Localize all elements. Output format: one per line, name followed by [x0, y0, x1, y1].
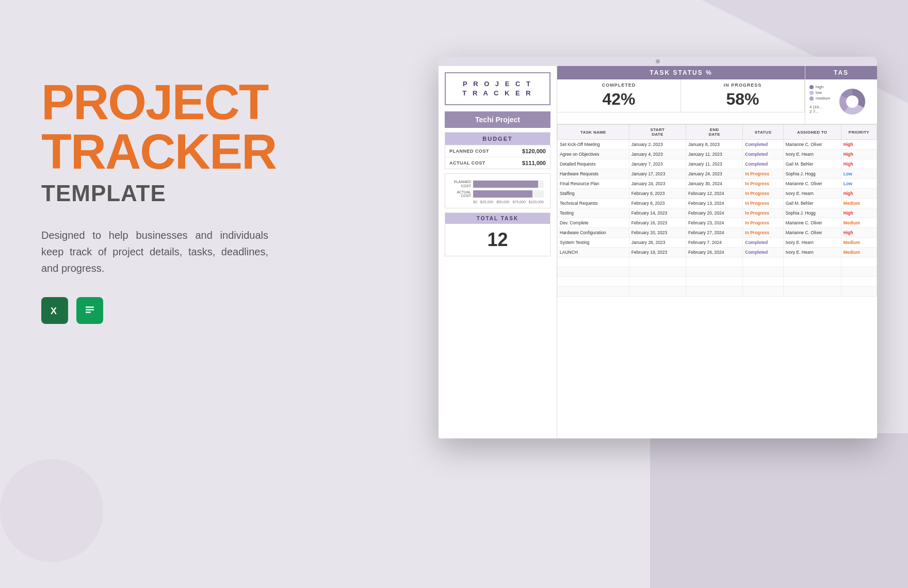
- status-summary: COMPLETED 42% IN PROGRESS 58%: [557, 79, 805, 112]
- pie-chart: [834, 84, 870, 120]
- cell-priority: Medium: [841, 238, 877, 248]
- svg-rect-5: [86, 312, 91, 313]
- inprogress-label: IN PROGRESS: [684, 83, 801, 88]
- axis-75k: $75,000: [512, 200, 525, 204]
- col-priority: PRIORITY: [841, 125, 877, 140]
- col-end-date: ENDDATE: [686, 125, 743, 140]
- spreadsheet-mockup: P R O J E C TT R A C K E R Techi Project…: [439, 57, 877, 438]
- legend-high-dot: [809, 85, 814, 89]
- left-panel: PROJECT TRACKER TEMPLATE Designed to hel…: [41, 77, 289, 324]
- bg-decoration-left: [0, 459, 103, 562]
- completed-label: COMPLETED: [560, 83, 677, 88]
- top-bar-dot: [656, 59, 660, 63]
- cell-start-date: February 6, 2023: [629, 189, 686, 199]
- donut-numbers: 4 (33... 2 7...: [809, 105, 830, 114]
- legend-high-label: high: [816, 85, 823, 89]
- chart-bar-planned: PLANNEDCOST: [451, 180, 544, 188]
- chart-label-planned: PLANNEDCOST: [451, 180, 471, 188]
- table-row: Set Kick-Off Meeting January 2, 2023 Jan…: [558, 140, 877, 150]
- col-start-date: STARTDATE: [629, 125, 686, 140]
- table-row: Detailed Requests January 7, 2023 Januar…: [558, 159, 877, 169]
- pie-num-1: 4 (33...: [809, 105, 830, 109]
- cell-start-date: January 4, 2023: [629, 150, 686, 159]
- task-status-header: TASK STATUS %: [557, 66, 805, 79]
- cell-status: In Progress: [743, 228, 783, 238]
- cell-status: In Progress: [743, 199, 783, 208]
- cell-task-name: Staffing: [558, 189, 629, 199]
- chart-bar-wrap-planned: [473, 181, 544, 188]
- project-logo: P R O J E C TT R A C K E R: [445, 72, 550, 105]
- cell-task-name: Technical Requests: [558, 199, 629, 208]
- table-row-empty: [558, 267, 877, 277]
- legend-medium-label: medium: [816, 96, 830, 101]
- legend-high: high: [809, 85, 830, 89]
- cell-start-date: February 8, 2023: [629, 199, 686, 208]
- cell-priority: High: [841, 159, 877, 169]
- cell-end-date: January 11, 2023: [686, 150, 743, 159]
- cell-status: In Progress: [743, 218, 783, 228]
- cell-start-date: January 7, 2023: [629, 159, 686, 169]
- cell-task-name: Hardware Configuration: [558, 228, 629, 238]
- cell-end-date: January 24, 2023: [686, 169, 743, 179]
- cell-end-date: January 30, 2024: [686, 179, 743, 189]
- cell-priority: Medium: [841, 248, 877, 257]
- table-row: LAUNCH February 19, 2023 February 26, 20…: [558, 248, 877, 257]
- table-row-empty: [558, 287, 877, 297]
- pie-num-2: 2 7...: [809, 109, 830, 114]
- status-right-panel: TAS high low: [805, 66, 877, 124]
- excel-icon[interactable]: X: [41, 297, 68, 324]
- description-text: Designed to help businesses and individu…: [41, 227, 268, 276]
- top-status-section: TASK STATUS % COMPLETED 42% IN PROGRESS …: [557, 66, 877, 124]
- donut-section: high low medium 4 (33...: [805, 79, 877, 124]
- cell-assigned: Marianne C. Oliver: [783, 179, 841, 189]
- cell-task-name: Testing: [558, 208, 629, 218]
- table-row-empty: [558, 257, 877, 267]
- inprogress-box: IN PROGRESS 58%: [681, 79, 805, 112]
- cell-assigned: Marianne C. Oliver: [783, 140, 841, 150]
- bg-decoration-bottom: [650, 433, 908, 588]
- cell-status: Completed: [743, 159, 783, 169]
- sheet-right: TASK STATUS % COMPLETED 42% IN PROGRESS …: [557, 66, 877, 438]
- cell-start-date: February 16, 2023: [629, 218, 686, 228]
- cell-end-date: February 13, 2024: [686, 199, 743, 208]
- cell-task-name: Agree on Objectives: [558, 150, 629, 159]
- planned-cost-row: PLANNED COST $120,000: [445, 145, 550, 157]
- top-bar: [439, 57, 877, 66]
- svg-rect-3: [86, 306, 94, 308]
- cell-start-date: January 26, 2023: [629, 238, 686, 248]
- planned-cost-label: PLANNED COST: [449, 149, 522, 154]
- legend-low: low: [809, 90, 830, 95]
- chart-label-actual: ACTUALCOST: [451, 190, 471, 198]
- cell-status: In Progress: [743, 179, 783, 189]
- budget-section: BUDGET PLANNED COST $120,000 ACTUAL COST…: [445, 132, 550, 169]
- actual-cost-value: $111,000: [522, 160, 546, 166]
- chart-bar-fill-planned: [473, 181, 538, 188]
- cell-priority: High: [841, 208, 877, 218]
- task-table: TASK NAME STARTDATE ENDDATE STATUS ASSIG…: [557, 124, 877, 438]
- table-row: Testing February 14, 2023 February 20, 2…: [558, 208, 877, 218]
- cell-assigned: Gail M. Behler: [783, 159, 841, 169]
- svg-rect-4: [86, 309, 94, 311]
- table-header-row: TASK NAME STARTDATE ENDDATE STATUS ASSIG…: [558, 125, 877, 140]
- chart-axis: $0 $25,000 $50,000 $75,000 $100,000: [451, 200, 544, 204]
- spreadsheet-body: P R O J E C TT R A C K E R Techi Project…: [439, 66, 877, 438]
- table-row-empty: [558, 277, 877, 287]
- cell-start-date: January 2, 2023: [629, 140, 686, 150]
- total-task-section: TOTAL TASK 12: [445, 213, 550, 256]
- cell-assigned: Ivory E. Hearn: [783, 238, 841, 248]
- total-task-value: 12: [445, 224, 550, 256]
- cell-end-date: February 27, 2024: [686, 228, 743, 238]
- cell-assigned: Sophia J. Hogg: [783, 208, 841, 218]
- cell-status: In Progress: [743, 208, 783, 218]
- legend-medium: medium: [809, 96, 830, 101]
- col-status: STATUS: [743, 125, 783, 140]
- cell-assigned: Marianne C. Oliver: [783, 228, 841, 238]
- cell-priority: High: [841, 140, 877, 150]
- cell-task-name: System Testing: [558, 238, 629, 248]
- table-row: Staffing February 6, 2023 February 12, 2…: [558, 189, 877, 199]
- sheets-icon[interactable]: [76, 297, 103, 324]
- axis-50k: $50,000: [496, 200, 509, 204]
- cell-priority: Medium: [841, 218, 877, 228]
- table-row: Final Resource Plan January 24, 2023 Jan…: [558, 179, 877, 189]
- legend-low-label: low: [816, 90, 822, 95]
